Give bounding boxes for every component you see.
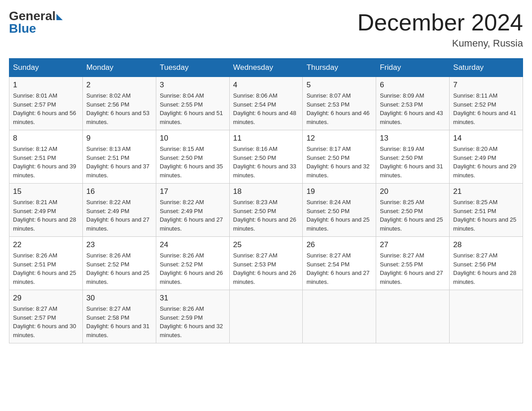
day-info: Sunrise: 8:27 AMSunset: 2:56 PMDaylight:… [453,251,519,286]
day-number: 19 [306,187,372,196]
calendar-cell: 19Sunrise: 8:24 AMSunset: 2:50 PMDayligh… [303,184,376,237]
calendar-cell: 24Sunrise: 8:26 AMSunset: 2:52 PMDayligh… [156,237,229,290]
weekday-header-friday: Friday [376,59,450,77]
calendar-week-5: 29Sunrise: 8:27 AMSunset: 2:57 PMDayligh… [9,290,523,343]
calendar-cell: 13Sunrise: 8:19 AMSunset: 2:50 PMDayligh… [376,130,450,184]
calendar-cell: 12Sunrise: 8:17 AMSunset: 2:50 PMDayligh… [303,130,376,184]
weekday-header-monday: Monday [82,59,156,77]
day-number: 9 [86,134,152,143]
day-number: 1 [13,81,79,90]
weekday-header-wednesday: Wednesday [229,59,303,77]
calendar-cell: 30Sunrise: 8:27 AMSunset: 2:58 PMDayligh… [82,290,156,343]
day-number: 23 [86,240,152,249]
weekday-header-row: SundayMondayTuesdayWednesdayThursdayFrid… [9,59,523,77]
day-number: 5 [306,81,372,90]
day-info: Sunrise: 8:17 AMSunset: 2:50 PMDaylight:… [306,145,372,180]
calendar-cell: 4Sunrise: 8:06 AMSunset: 2:54 PMDaylight… [229,77,303,130]
calendar-cell: 31Sunrise: 8:26 AMSunset: 2:59 PMDayligh… [156,290,229,343]
calendar-cell [229,290,303,343]
day-info: Sunrise: 8:02 AMSunset: 2:56 PMDaylight:… [86,91,152,126]
day-number: 18 [233,187,299,196]
day-number: 17 [160,187,226,196]
calendar-cell: 15Sunrise: 8:21 AMSunset: 2:49 PMDayligh… [9,184,83,237]
day-number: 21 [453,187,519,196]
day-number: 26 [306,240,372,249]
calendar-cell: 6Sunrise: 8:09 AMSunset: 2:53 PMDaylight… [376,77,450,130]
day-number: 22 [13,240,79,249]
day-info: Sunrise: 8:27 AMSunset: 2:53 PMDaylight:… [233,251,299,286]
day-info: Sunrise: 8:04 AMSunset: 2:55 PMDaylight:… [160,91,226,126]
calendar-cell: 18Sunrise: 8:23 AMSunset: 2:50 PMDayligh… [229,184,303,237]
day-info: Sunrise: 8:22 AMSunset: 2:49 PMDaylight:… [86,198,152,233]
day-info: Sunrise: 8:12 AMSunset: 2:51 PMDaylight:… [13,145,79,180]
calendar-cell: 5Sunrise: 8:07 AMSunset: 2:53 PMDaylight… [303,77,376,130]
day-info: Sunrise: 8:13 AMSunset: 2:51 PMDaylight:… [86,145,152,180]
day-number: 4 [233,81,299,90]
day-number: 30 [86,294,152,303]
calendar-week-1: 1Sunrise: 8:01 AMSunset: 2:57 PMDaylight… [9,77,523,130]
calendar-cell: 9Sunrise: 8:13 AMSunset: 2:51 PMDaylight… [82,130,156,184]
calendar-cell: 26Sunrise: 8:27 AMSunset: 2:54 PMDayligh… [303,237,376,290]
weekday-header-saturday: Saturday [450,59,523,77]
day-number: 6 [380,81,446,90]
day-number: 3 [160,81,226,90]
day-info: Sunrise: 8:26 AMSunset: 2:52 PMDaylight:… [86,251,152,286]
calendar-cell: 27Sunrise: 8:27 AMSunset: 2:55 PMDayligh… [376,237,450,290]
calendar-cell: 2Sunrise: 8:02 AMSunset: 2:56 PMDaylight… [82,77,156,130]
calendar-cell: 14Sunrise: 8:20 AMSunset: 2:49 PMDayligh… [450,130,523,184]
calendar-cell: 7Sunrise: 8:11 AMSunset: 2:52 PMDaylight… [450,77,523,130]
calendar-cell: 20Sunrise: 8:25 AMSunset: 2:50 PMDayligh… [376,184,450,237]
day-info: Sunrise: 8:01 AMSunset: 2:57 PMDaylight:… [13,91,79,126]
day-info: Sunrise: 8:15 AMSunset: 2:50 PMDaylight:… [160,145,226,180]
calendar-cell: 1Sunrise: 8:01 AMSunset: 2:57 PMDaylight… [9,77,83,130]
day-number: 12 [306,134,372,143]
day-number: 15 [13,187,79,196]
calendar-cell [376,290,450,343]
day-info: Sunrise: 8:27 AMSunset: 2:58 PMDaylight:… [86,304,152,339]
calendar-cell: 11Sunrise: 8:16 AMSunset: 2:50 PMDayligh… [229,130,303,184]
day-number: 14 [453,134,519,143]
day-info: Sunrise: 8:09 AMSunset: 2:53 PMDaylight:… [380,91,446,126]
calendar-cell: 17Sunrise: 8:22 AMSunset: 2:49 PMDayligh… [156,184,229,237]
calendar-cell [303,290,376,343]
calendar-week-3: 15Sunrise: 8:21 AMSunset: 2:49 PMDayligh… [9,184,523,237]
day-info: Sunrise: 8:26 AMSunset: 2:51 PMDaylight:… [13,251,79,286]
calendar-cell: 23Sunrise: 8:26 AMSunset: 2:52 PMDayligh… [82,237,156,290]
day-number: 2 [86,81,152,90]
day-info: Sunrise: 8:26 AMSunset: 2:52 PMDaylight:… [160,251,226,286]
day-info: Sunrise: 8:22 AMSunset: 2:49 PMDaylight:… [160,198,226,233]
day-info: Sunrise: 8:27 AMSunset: 2:55 PMDaylight:… [380,251,446,286]
day-info: Sunrise: 8:23 AMSunset: 2:50 PMDaylight:… [233,198,299,233]
month-title: December 2024 [357,9,523,36]
day-number: 13 [380,134,446,143]
day-info: Sunrise: 8:27 AMSunset: 2:54 PMDaylight:… [306,251,372,286]
calendar-cell: 10Sunrise: 8:15 AMSunset: 2:50 PMDayligh… [156,130,229,184]
logo: General Blue [9,9,63,36]
day-number: 16 [86,187,152,196]
day-number: 27 [380,240,446,249]
day-number: 28 [453,240,519,249]
calendar-cell: 16Sunrise: 8:22 AMSunset: 2:49 PMDayligh… [82,184,156,237]
day-number: 31 [160,294,226,303]
title-area: December 2024 Kumeny, Russia [357,9,523,49]
day-number: 29 [13,294,79,303]
calendar-cell: 8Sunrise: 8:12 AMSunset: 2:51 PMDaylight… [9,130,83,184]
calendar-week-2: 8Sunrise: 8:12 AMSunset: 2:51 PMDaylight… [9,130,523,184]
day-info: Sunrise: 8:25 AMSunset: 2:50 PMDaylight:… [380,198,446,233]
day-info: Sunrise: 8:24 AMSunset: 2:50 PMDaylight:… [306,198,372,233]
day-number: 20 [380,187,446,196]
calendar-cell: 25Sunrise: 8:27 AMSunset: 2:53 PMDayligh… [229,237,303,290]
day-info: Sunrise: 8:20 AMSunset: 2:49 PMDaylight:… [453,145,519,180]
day-info: Sunrise: 8:27 AMSunset: 2:57 PMDaylight:… [13,304,79,339]
day-number: 11 [233,134,299,143]
calendar-week-4: 22Sunrise: 8:26 AMSunset: 2:51 PMDayligh… [9,237,523,290]
day-info: Sunrise: 8:25 AMSunset: 2:51 PMDaylight:… [453,198,519,233]
calendar-cell: 28Sunrise: 8:27 AMSunset: 2:56 PMDayligh… [450,237,523,290]
day-info: Sunrise: 8:07 AMSunset: 2:53 PMDaylight:… [306,91,372,126]
day-info: Sunrise: 8:26 AMSunset: 2:59 PMDaylight:… [160,304,226,339]
day-info: Sunrise: 8:16 AMSunset: 2:50 PMDaylight:… [233,145,299,180]
calendar-cell [450,290,523,343]
weekday-header-thursday: Thursday [303,59,376,77]
calendar-cell: 21Sunrise: 8:25 AMSunset: 2:51 PMDayligh… [450,184,523,237]
day-number: 25 [233,240,299,249]
